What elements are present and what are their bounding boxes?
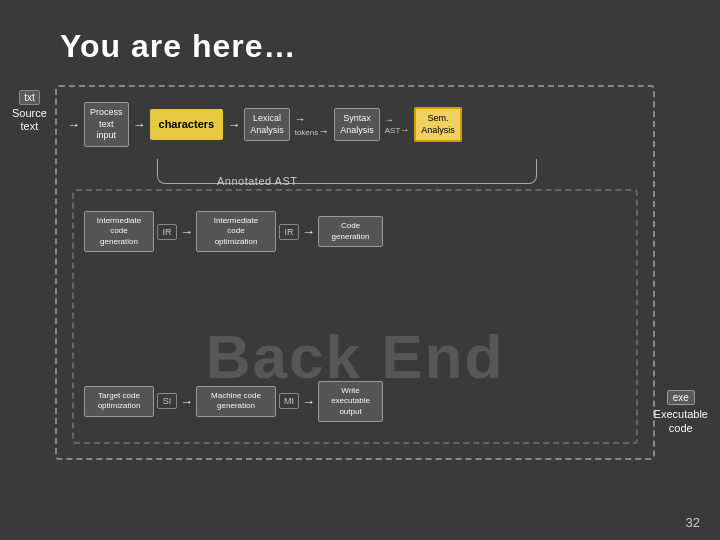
arrow-ir1: → xyxy=(180,224,193,239)
arrow-1: → xyxy=(133,117,146,132)
machine-gen-box: Machine codegeneration xyxy=(196,386,276,417)
ast-label: →AST→ xyxy=(385,115,410,135)
ir-badge-1: IR xyxy=(157,224,177,240)
exe-label: Executablecode xyxy=(654,407,708,436)
tokens-label: →tokens→ xyxy=(295,113,330,137)
sem-box: Sem.Analysis xyxy=(414,107,462,142)
ir-top-row: Intermediatecodegeneration IR → Intermed… xyxy=(84,211,626,252)
arrow-ir2: → xyxy=(302,224,315,239)
process-box: Processtextinput xyxy=(84,102,129,147)
arrow-source: → xyxy=(67,117,80,132)
page-number: 32 xyxy=(686,515,700,530)
front-end-row: → Processtextinput → characters → Lexica… xyxy=(67,102,643,147)
code-gen-box: Codegeneration xyxy=(318,216,383,247)
syntax-box: SyntaxAnalysis xyxy=(334,108,380,141)
annotated-ast-label: Annotated AST xyxy=(217,175,298,187)
exe-badge: exe xyxy=(667,390,695,405)
write-exe-box: Writeexecutableoutput xyxy=(318,381,383,422)
ir-opt-box: Intermediatecodeoptimization xyxy=(196,211,276,252)
arrow-2: → xyxy=(227,117,240,132)
lexical-box: LexicalAnalysis xyxy=(244,108,290,141)
back-end-container: Back End Intermediatecodegeneration IR →… xyxy=(72,189,638,444)
ir-badge-2: IR xyxy=(279,224,299,240)
source-area: txt Source text xyxy=(12,90,47,133)
target-opt-box: Target codeoptimization xyxy=(84,386,154,417)
arrow-mi: → xyxy=(302,394,315,409)
slide: You are here… txt Source text → Processt… xyxy=(0,0,720,540)
txt-badge: txt xyxy=(19,90,40,105)
ir-gen-box: Intermediatecodegeneration xyxy=(84,211,154,252)
si-badge: SI xyxy=(157,393,177,409)
ir-bottom-row: Target codeoptimization SI → Machine cod… xyxy=(84,381,626,422)
main-container: → Processtextinput → characters → Lexica… xyxy=(55,85,655,460)
arrow-si: → xyxy=(180,394,193,409)
slide-title: You are here… xyxy=(60,28,296,65)
mi-badge: MI xyxy=(279,393,299,409)
annotated-ast-line xyxy=(157,159,537,184)
source-label: Source text xyxy=(12,107,47,133)
characters-box: characters xyxy=(150,109,224,139)
exe-area: exe Executablecode xyxy=(654,390,708,436)
